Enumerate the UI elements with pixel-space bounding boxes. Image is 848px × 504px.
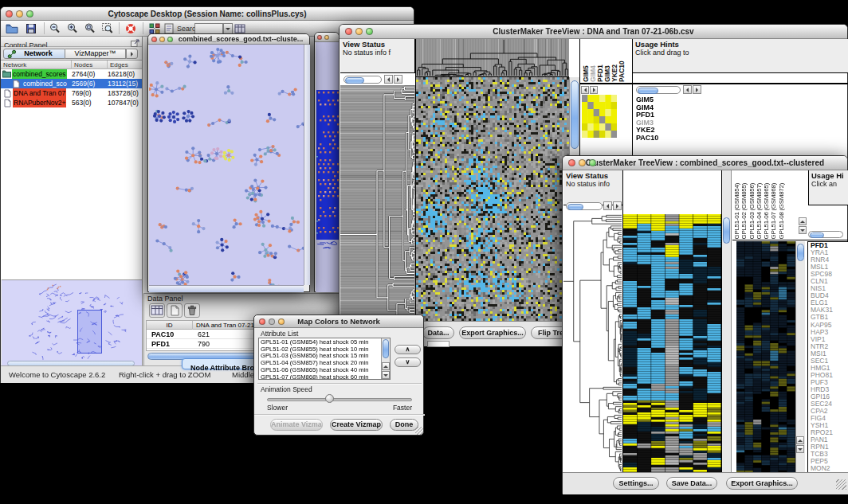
scroll-down-button[interactable] [796,445,804,453]
close-icon[interactable] [568,159,575,166]
title-bar[interactable]: ClusterMaker TreeView : DNA and Tran 07-… [340,25,847,39]
column-header[interactable]: Network [1,61,71,69]
trash-icon[interactable] [184,303,200,318]
lifesaver-icon[interactable] [124,22,139,36]
folder-open-icon[interactable] [6,22,20,36]
footer-field[interactable] [427,341,450,347]
done-button[interactable]: Done [390,419,418,431]
minimize-icon[interactable] [269,318,275,325]
zoom-icon[interactable] [278,318,285,325]
scroll-down-button[interactable] [382,371,390,379]
create-vizmap-button[interactable]: Create Vizmap [330,419,383,431]
row-dendrogram-canvas[interactable] [563,214,622,472]
scroll-up-button[interactable] [382,362,390,370]
network-canvas[interactable] [316,42,340,292]
minimize-icon[interactable] [16,10,23,18]
scrollbar-thumb[interactable] [810,232,824,238]
network-row[interactable]: combined_scores2764(0)16218(0) [1,69,142,79]
resize-grip[interactable] [415,427,423,435]
cluster-minimap-canvas[interactable] [582,95,617,138]
heatmap-canvas[interactable] [623,214,721,472]
network-vscrollbar[interactable] [304,45,310,285]
search-dropdown-button[interactable] [223,23,233,34]
new-document-icon[interactable] [167,303,183,318]
scroll-down-button[interactable] [799,226,807,234]
zoom-selected-icon[interactable] [101,22,116,36]
scroll-right-button[interactable] [394,75,402,84]
network-row[interactable]: combined_sco2569(6)13112(15) [1,79,142,88]
save-data-button[interactable]: Data... [422,326,454,339]
minimize-icon[interactable] [355,28,363,35]
scroll-left-button[interactable] [683,85,692,94]
title-bar[interactable]: Cytoscape Desktop (Session Name: collins… [1,7,414,21]
animation-slider[interactable] [267,398,412,401]
column-header[interactable]: Nodes [71,61,107,69]
slider-thumb[interactable] [325,394,334,403]
column-header[interactable]: ID [147,321,193,330]
minimize-icon[interactable] [159,37,165,42]
settings-button[interactable]: Settings... [613,477,659,490]
selection-heatmap-canvas[interactable] [736,241,795,472]
table-icon[interactable] [149,303,165,318]
zoom-fit-icon[interactable] [84,22,98,36]
labels-hscrollbar[interactable] [636,86,681,94]
scrollbar-thumb[interactable] [638,88,658,94]
dendrogram-hscrollbar[interactable] [566,202,603,210]
network-hscrollbar[interactable] [149,285,304,292]
close-icon[interactable] [6,10,13,18]
labels-hscrollbar[interactable] [808,231,843,238]
attribute-item[interactable]: GPL51-07 (GSM868) heat shock 60 min [259,374,380,380]
title-bar[interactable] [315,33,339,42]
scrollbar-thumb[interactable] [567,204,583,210]
move-up-button[interactable]: ∧ [395,345,421,354]
animate-vizmap-button[interactable]: Animate Vizmap [270,419,323,431]
zoom-icon[interactable] [26,10,33,18]
title-bar[interactable]: Map Colors to Network [254,315,423,328]
zoom-icon[interactable] [167,37,173,42]
minimize-icon[interactable] [579,159,586,166]
column-dendrogram-canvas[interactable] [416,39,569,76]
title-bar[interactable]: ClusterMaker TreeView : combined_scores_… [563,156,847,170]
export-graphics-button[interactable]: Export Graphics... [459,326,526,339]
network-canvas[interactable] [149,45,304,285]
column-header[interactable]: Edges [107,61,143,69]
scroll-right-button[interactable] [613,201,622,210]
resize-grip[interactable] [836,479,846,490]
scroll-left-button[interactable] [581,86,589,94]
network-row[interactable]: DNA and Tran 07769(0)183728(0) [1,88,142,98]
close-icon[interactable] [317,35,322,40]
scrollbar-thumb[interactable] [345,77,364,84]
list-vscrollbar[interactable] [381,338,390,379]
scroll-up-button[interactable] [799,217,807,225]
export-graphics-button[interactable]: Export Graphics... [726,477,798,490]
save-icon[interactable] [25,22,39,36]
zoom-icon[interactable] [589,159,596,166]
close-icon[interactable] [345,28,352,35]
dendrogram-hscrollbar[interactable] [344,76,382,84]
heatmap-vscrollbar[interactable] [722,170,732,472]
zoom-out-icon[interactable] [49,22,63,36]
scrollbar-thumb[interactable] [571,80,579,149]
close-icon[interactable] [259,318,265,325]
row-dendrogram-canvas[interactable] [340,85,415,321]
scroll-left-button[interactable] [384,75,393,84]
search-input[interactable] [194,23,223,34]
attribute-listbox[interactable]: GPL51-01 (GSM854) heat shock 05 minGPL51… [258,338,391,380]
save-data-button[interactable]: Save Data... [666,477,717,490]
tab-vizmapper[interactable]: VizMapper™ [65,49,126,59]
heatmap-canvas[interactable] [416,77,569,321]
float-icon[interactable] [130,37,140,47]
scrollbar-thumb[interactable] [383,339,389,358]
scrollbar-thumb[interactable] [723,217,730,244]
title-bar[interactable]: combined_scores_good.txt--cluste... [148,34,309,45]
zoom-in-icon[interactable] [66,22,80,36]
move-down-button[interactable]: ∨ [395,357,421,367]
network-row[interactable]: RNAPuberNov2+563(0)107847(0) [1,98,142,107]
scroll-left-button[interactable] [603,201,612,210]
tab-overflow-button[interactable] [126,49,138,59]
network-overview-canvas[interactable] [2,279,142,365]
scroll-up-button[interactable] [796,436,804,444]
scroll-right-button[interactable] [693,85,701,94]
zoom-icon[interactable] [366,28,373,35]
close-icon[interactable] [151,37,157,42]
